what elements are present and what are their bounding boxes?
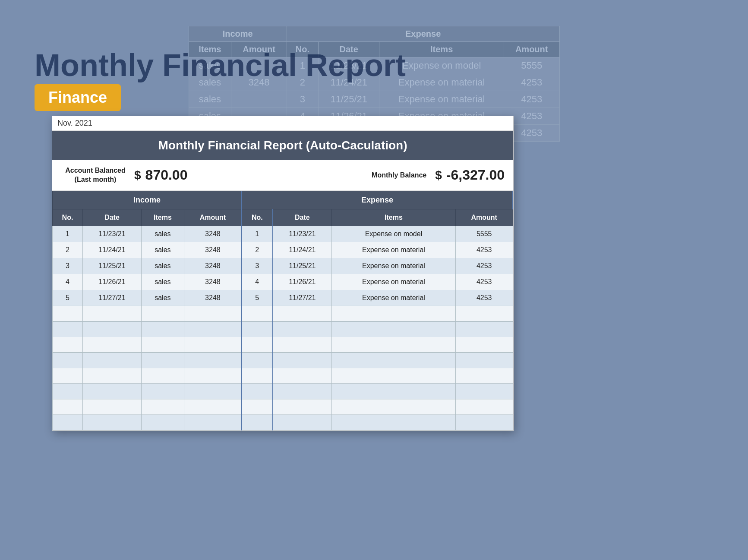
expense-items: Expense on material bbox=[332, 242, 456, 258]
table-row: 4 11/26/21 sales 3248 4 11/26/21 Expense… bbox=[53, 274, 513, 290]
income-no: 1 bbox=[53, 226, 83, 242]
income-amount-header: Amount bbox=[184, 209, 242, 226]
empty-row bbox=[53, 383, 513, 399]
bg-col-amount2: Amount bbox=[504, 42, 559, 57]
expense-date-header: Date bbox=[273, 209, 332, 226]
expense-section-header: Expense bbox=[242, 191, 513, 209]
monthly-balance-value: -6,327.00 bbox=[446, 167, 505, 183]
expense-no: 1 bbox=[242, 226, 273, 242]
income-amount: 3248 bbox=[184, 242, 242, 258]
expense-amount: 4253 bbox=[455, 274, 513, 290]
expense-items-header: Items bbox=[332, 209, 456, 226]
income-date: 11/27/21 bbox=[83, 290, 142, 306]
account-balanced-dollar: $ bbox=[134, 168, 141, 182]
expense-amount-header: Amount bbox=[455, 209, 513, 226]
expense-amount: 4253 bbox=[455, 258, 513, 274]
income-items: sales bbox=[141, 258, 184, 274]
expense-no-header: No. bbox=[242, 209, 273, 226]
income-section-header: Income bbox=[53, 191, 242, 209]
expense-no: 3 bbox=[242, 258, 273, 274]
empty-row bbox=[53, 352, 513, 368]
expense-date: 11/25/21 bbox=[273, 258, 332, 274]
income-date: 11/25/21 bbox=[83, 258, 142, 274]
expense-date: 11/26/21 bbox=[273, 274, 332, 290]
expense-items: Expense on material bbox=[332, 258, 456, 274]
expense-date: 11/24/21 bbox=[273, 242, 332, 258]
expense-amount: 5555 bbox=[455, 226, 513, 242]
empty-row bbox=[53, 368, 513, 383]
table-row: 2 11/24/21 sales 3248 2 11/24/21 Expense… bbox=[53, 242, 513, 258]
date-label: Nov. 2021 bbox=[52, 116, 513, 131]
income-amount: 3248 bbox=[184, 274, 242, 290]
summary-row: Account Balanced(Last month) $ 870.00 Mo… bbox=[52, 160, 513, 191]
monthly-balance-dollar: $ bbox=[435, 168, 442, 182]
table-row: 3 11/25/21 sales 3248 3 11/25/21 Expense… bbox=[53, 258, 513, 274]
empty-row bbox=[53, 399, 513, 414]
report-card: Nov. 2021 Monthly Financial Report (Auto… bbox=[52, 116, 514, 431]
account-balanced-value: 870.00 bbox=[145, 167, 197, 183]
account-balanced-label: Account Balanced(Last month) bbox=[61, 166, 130, 184]
col-header-row: No. Date Items Amount No. Date Items Amo… bbox=[53, 209, 513, 226]
report-table: Income Expense No. Date Items Amount No.… bbox=[52, 191, 513, 430]
empty-row bbox=[53, 321, 513, 337]
report-title: Monthly Financial Report (Auto-Caculatio… bbox=[52, 131, 513, 160]
income-no: 5 bbox=[53, 290, 83, 306]
income-no-header: No. bbox=[53, 209, 83, 226]
expense-amount: 4253 bbox=[455, 290, 513, 306]
income-items: sales bbox=[141, 274, 184, 290]
income-items: sales bbox=[141, 242, 184, 258]
expense-date: 11/23/21 bbox=[273, 226, 332, 242]
income-no: 3 bbox=[53, 258, 83, 274]
table-row: 1 11/23/21 sales 3248 1 11/23/21 Expense… bbox=[53, 226, 513, 242]
finance-badge: Finance bbox=[35, 84, 121, 111]
income-no: 2 bbox=[53, 242, 83, 258]
expense-date: 11/27/21 bbox=[273, 290, 332, 306]
expense-no: 2 bbox=[242, 242, 273, 258]
empty-row bbox=[53, 306, 513, 321]
income-date: 11/24/21 bbox=[83, 242, 142, 258]
title-overlay: Monthly Financial Report bbox=[35, 47, 406, 83]
income-items: sales bbox=[141, 226, 184, 242]
empty-row bbox=[53, 414, 513, 430]
expense-items: Expense on material bbox=[332, 274, 456, 290]
income-items: sales bbox=[141, 290, 184, 306]
monthly-balance-label: Monthly Balance bbox=[372, 171, 426, 179]
income-date-header: Date bbox=[83, 209, 142, 226]
expense-items: Expense on model bbox=[332, 226, 456, 242]
expense-no: 4 bbox=[242, 274, 273, 290]
expense-no: 5 bbox=[242, 290, 273, 306]
income-items-header: Items bbox=[141, 209, 184, 226]
expense-amount: 4253 bbox=[455, 242, 513, 258]
table-row: 5 11/27/21 sales 3248 5 11/27/21 Expense… bbox=[53, 290, 513, 306]
income-amount: 3248 bbox=[184, 290, 242, 306]
income-amount: 3248 bbox=[184, 226, 242, 242]
empty-row bbox=[53, 337, 513, 352]
expense-items: Expense on material bbox=[332, 290, 456, 306]
income-date: 11/26/21 bbox=[83, 274, 142, 290]
income-no: 4 bbox=[53, 274, 83, 290]
section-header-row: Income Expense bbox=[53, 191, 513, 209]
income-date: 11/23/21 bbox=[83, 226, 142, 242]
income-amount: 3248 bbox=[184, 258, 242, 274]
